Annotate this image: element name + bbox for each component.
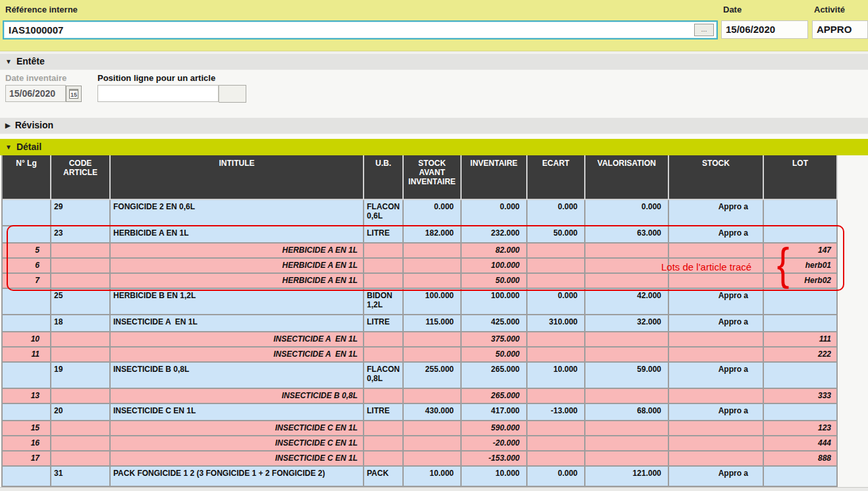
cell-intitule[interactable]: INSECTICIDE B 0,8L — [111, 363, 364, 389]
cell-stock[interactable]: Appro a — [669, 467, 764, 487]
cell-code[interactable]: 31 — [51, 467, 111, 487]
cell-sai[interactable]: 115.000 — [404, 315, 462, 332]
cell-lot[interactable]: 123 — [764, 421, 838, 436]
cell-stock[interactable] — [669, 274, 764, 289]
cell-ub[interactable] — [364, 244, 404, 259]
cell-nolg[interactable]: 6 — [3, 259, 51, 274]
cell-nolg[interactable]: 11 — [3, 348, 51, 363]
cell-ecart[interactable]: 310.000 — [528, 315, 585, 332]
cell-stock[interactable] — [669, 436, 764, 452]
cell-sai[interactable]: 255.000 — [404, 363, 462, 389]
cell-inv[interactable]: 100.000 — [462, 259, 528, 274]
cell-sai[interactable] — [404, 421, 462, 436]
cell-sai[interactable]: 182.000 — [404, 226, 462, 244]
cell-sai[interactable]: 10.000 — [404, 467, 462, 487]
cell-valo[interactable]: 42.000 — [585, 289, 669, 315]
cell-lot[interactable] — [764, 200, 838, 226]
cell-inv[interactable]: 375.000 — [462, 332, 528, 348]
cell-ub[interactable]: LITRE — [364, 404, 404, 421]
date-field[interactable]: 15/06/2020 — [721, 20, 808, 39]
cell-stock[interactable]: Appro a — [669, 200, 764, 226]
cell-ecart[interactable]: 10.000 — [528, 363, 585, 389]
cell-inv[interactable]: 425.000 — [462, 315, 528, 332]
cell-intitule[interactable]: INSECTICIDE A EN 1L — [111, 315, 364, 332]
cell-stock[interactable]: Appro a — [669, 315, 764, 332]
cell-stock[interactable] — [669, 452, 764, 467]
cell-ecart[interactable]: 50.000 — [528, 226, 585, 244]
cell-inv[interactable]: 100.000 — [462, 289, 528, 315]
cell-lot[interactable] — [764, 289, 838, 315]
activity-field[interactable]: APPRO — [812, 20, 868, 39]
cell-nolg[interactable] — [3, 289, 51, 315]
cell-lot[interactable] — [764, 404, 838, 421]
cell-sai[interactable] — [404, 274, 462, 289]
cell-sai[interactable] — [404, 348, 462, 363]
lot-row[interactable]: 7HERBICIDE A EN 1L50.000Herb02 — [3, 274, 838, 289]
lot-row[interactable]: 17INSECTICIDE C EN 1L-153.000888 — [3, 452, 838, 467]
cell-stock[interactable] — [669, 244, 764, 259]
cell-inv[interactable]: 232.000 — [462, 226, 528, 244]
cell-stock[interactable] — [669, 389, 764, 404]
cell-ub[interactable] — [364, 436, 404, 452]
cell-valo[interactable]: 59.000 — [585, 363, 669, 389]
lot-row[interactable]: 16INSECTICIDE C EN 1L-20.000444 — [3, 436, 838, 452]
cell-ecart[interactable]: 0.000 — [528, 467, 585, 487]
section-entete[interactable]: ▼Entête — [0, 54, 868, 70]
cell-intitule[interactable]: HERBICIDE A EN 1L — [111, 244, 364, 259]
cell-code[interactable] — [51, 452, 111, 467]
cell-sai[interactable] — [404, 389, 462, 404]
cell-code[interactable] — [51, 436, 111, 452]
article-row[interactable]: 25HERBICIDE B EN 1,2LBIDON 1,2L100.00010… — [3, 289, 838, 315]
cell-lot[interactable]: 111 — [764, 332, 838, 348]
cell-code[interactable] — [51, 348, 111, 363]
cell-code[interactable]: 18 — [51, 315, 111, 332]
cell-code[interactable]: 20 — [51, 404, 111, 421]
cell-sai[interactable]: 0.000 — [404, 200, 462, 226]
article-row[interactable]: 20INSECTICIDE C EN 1LLITRE430.000417.000… — [3, 404, 838, 421]
cell-lot[interactable]: 888 — [764, 452, 838, 467]
position-ligne-button[interactable] — [219, 85, 246, 103]
cell-nolg[interactable] — [3, 226, 51, 244]
cell-stock[interactable] — [669, 421, 764, 436]
cell-ecart[interactable] — [528, 389, 585, 404]
cell-valo[interactable] — [585, 389, 669, 404]
cell-valo[interactable]: 68.000 — [585, 404, 669, 421]
cell-code[interactable] — [51, 421, 111, 436]
cell-stock[interactable]: Appro a — [669, 404, 764, 421]
cell-valo[interactable] — [585, 348, 669, 363]
cell-valo[interactable]: 121.000 — [585, 467, 669, 487]
cell-stock[interactable] — [669, 348, 764, 363]
section-detail[interactable]: ▼Détail — [0, 139, 868, 155]
section-revision[interactable]: ▶Révision — [0, 118, 868, 134]
cell-nolg[interactable]: 5 — [3, 244, 51, 259]
cell-ecart[interactable] — [528, 259, 585, 274]
cell-ecart[interactable] — [528, 332, 585, 348]
cell-ub[interactable] — [364, 348, 404, 363]
cell-code[interactable]: 29 — [51, 200, 111, 226]
cell-lot[interactable] — [764, 467, 838, 487]
cell-ecart[interactable] — [528, 244, 585, 259]
date-inventaire-field[interactable]: 15/06/2020 — [5, 85, 66, 102]
cell-sai[interactable] — [404, 452, 462, 467]
cell-nolg[interactable] — [3, 200, 51, 226]
cell-intitule[interactable]: PACK FONGICIDE 1 2 (3 FONGICIDE 1 + 2 FO… — [111, 467, 364, 487]
cell-inv[interactable]: 265.000 — [462, 363, 528, 389]
cell-code[interactable] — [51, 389, 111, 404]
cell-sai[interactable] — [404, 332, 462, 348]
cell-nolg[interactable]: 7 — [3, 274, 51, 289]
cell-code[interactable] — [51, 274, 111, 289]
cell-ecart[interactable]: -13.000 — [528, 404, 585, 421]
cell-ub[interactable]: FLACON 0,6L — [364, 200, 404, 226]
cell-sai[interactable] — [404, 259, 462, 274]
cell-sai[interactable]: 430.000 — [404, 404, 462, 421]
cell-stock[interactable]: Appro a — [669, 363, 764, 389]
cell-intitule[interactable]: INSECTICIDE A EN 1L — [111, 348, 364, 363]
cell-nolg[interactable] — [3, 363, 51, 389]
browse-button[interactable]: ... — [694, 24, 714, 36]
cell-ecart[interactable]: 0.000 — [528, 200, 585, 226]
cell-inv[interactable]: -20.000 — [462, 436, 528, 452]
article-row[interactable]: 29FONGICIDE 2 EN 0,6LFLACON 0,6L0.0000.0… — [3, 200, 838, 226]
cell-valo[interactable] — [585, 244, 669, 259]
cell-valo[interactable]: 0.000 — [585, 200, 669, 226]
cell-inv[interactable]: 265.000 — [462, 389, 528, 404]
